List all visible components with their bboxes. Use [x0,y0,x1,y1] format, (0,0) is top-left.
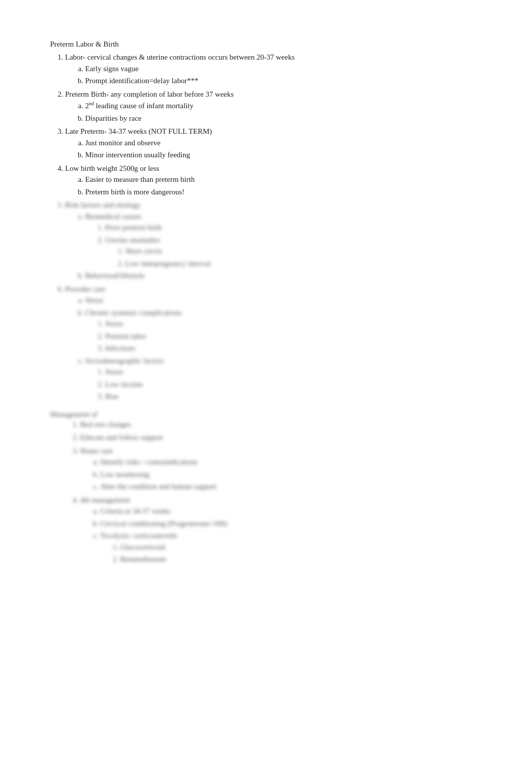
list-item-6-label: Provider care [65,285,105,293]
list-item-3a: Just monitor and observe [85,137,492,149]
list-6-sub3-items: Stress Low income Bias [105,366,492,402]
list-item: Alter the condition and human support [100,481,492,492]
list-item: Stress [105,366,492,378]
list-item-1a-label: Early signs vague [85,65,139,73]
list-item: Bias [105,391,492,402]
mgmt-sub4: Criteria at 34-37 weeks Cervical conditi… [100,505,492,565]
list-item: Low interpregnancy interval [125,258,492,270]
list-item: Prior preterm birth [105,222,492,233]
page-title: Preterm Labor & Birth [50,40,492,49]
list-item-5-sub1: Biomedical causes Prior preterm birth Ut… [85,211,492,270]
list-5-sub1-items: Prior preterm birth Uterine anomalies Sh… [105,222,492,269]
list-item-4: Low birth weight 2500g or less Easier to… [65,163,492,198]
list-item-5: Risk factors and etiology Biomedical cau… [65,199,492,282]
list-item-3b: Minor intervention usually feeding [85,149,492,161]
list-item-1-label: Labor- cervical changes & uterine contra… [65,53,295,61]
list-item-6-sub1: Stress [85,295,492,306]
list-3-sub: Just monitor and observe Minor intervent… [85,137,492,161]
mgmt-sub4-items: Glucocorticoid Betamethasone [120,542,492,565]
list-item-3-label: Late Preterm- 34-37 weeks (NOT FULL TERM… [65,127,212,135]
list-6-sub2-items: Stress Preterm labor Infections [105,318,492,354]
list-item-5-sub2: Behavioral/lifestyle [85,270,492,282]
list-item-1a: Early signs vague [85,63,492,75]
list-item-2a: 2nd leading cause of infant mortality [85,100,492,112]
mgmt-item-4: 4th management Criteria at 34-37 weeks C… [80,494,492,565]
list-item-1b: Prompt identification=delay labor*** [85,75,492,87]
sub-items: Short cervix Low interpregnancy interval [125,245,492,269]
list-item-2: Preterm Birth- any completion of labor b… [65,89,492,124]
list-item-4b: Preterm birth is more dangerous! [85,186,492,198]
list-1-sub: Early signs vague Prompt identification=… [85,63,492,87]
list-item: Tocolysis: corticosteroids Glucocorticoi… [100,530,492,565]
mgmt-item-3: Home care Identify risks / contraindicat… [80,445,492,492]
list-item-6: Provider care Stress Chronic systemic co… [65,284,492,402]
list-item: Betamethasone [120,554,492,565]
list-item-4a-label: Easier to measure than preterm birth [85,175,195,183]
list-item: Preterm labor [105,331,492,342]
list-item: Low monitoring [100,469,492,480]
list-item: Glucocorticoid [120,542,492,553]
list-item-5-sub1-label: Biomedical causes [85,212,141,220]
list-5-sub: Biomedical causes Prior preterm birth Ut… [85,211,492,282]
list-6-sub: Stress Chronic systemic complications St… [85,295,492,402]
list-item-3a-label: Just monitor and observe [85,139,160,147]
list-2-sub: 2nd leading cause of infant mortality Di… [85,100,492,124]
list-item: Low income [105,379,492,390]
list-item-2a-label: 2nd leading cause of infant mortality [85,102,193,110]
list-item: Identify risks / contraindications [100,456,492,468]
list-item: Cervical conditioning (Progesterone=100) [100,518,492,530]
list-item-4b-label: Preterm birth is more dangerous! [85,188,184,196]
list-item: Criteria at 34-37 weeks [100,505,492,517]
management-list: Bed rest changes Educate and follow supp… [80,419,492,565]
list-item-1b-label: Prompt identification=delay labor*** [85,77,198,85]
list-item-2-label: Preterm Birth- any completion of labor b… [65,90,234,98]
list-item-6-sub3: Sociodemographic factors Stress Low inco… [85,355,492,402]
list-item-1: Labor- cervical changes & uterine contra… [65,52,492,87]
list-item-2b-label: Disparities by race [85,114,141,122]
list-item: Stress [105,318,492,330]
list-item-3b-label: Minor intervention usually feeding [85,151,190,159]
main-list: Labor- cervical changes & uterine contra… [65,52,492,402]
list-item-4-label: Low birth weight 2500g or less [65,164,159,172]
list-item-5-sub2-label: Behavioral/lifestyle [85,272,144,280]
list-4-sub: Easier to measure than preterm birth Pre… [85,174,492,197]
list-item-2b: Disparities by race [85,113,492,124]
list-item-3: Late Preterm- 34-37 weeks (NOT FULL TERM… [65,126,492,161]
list-item: Infections [105,343,492,354]
management-title: Management of [50,410,98,418]
list-item: Short cervix [125,245,492,257]
list-item-4a: Easier to measure than preterm birth [85,174,492,185]
list-item: Uterine anomalies Short cervix Low inter… [105,234,492,270]
mgmt-item-1: Bed rest changes [80,419,492,430]
list-item-6-sub2: Chronic systemic complications Stress Pr… [85,307,492,354]
management-section: Management of Bed rest changes Educate a… [50,410,492,565]
superscript-nd: nd [89,101,94,106]
list-item-5-label: Risk factors and etiology [65,201,140,209]
mgmt-sub3: Identify risks / contraindications Low m… [100,456,492,492]
mgmt-item-2: Educate and follow support [80,432,492,443]
